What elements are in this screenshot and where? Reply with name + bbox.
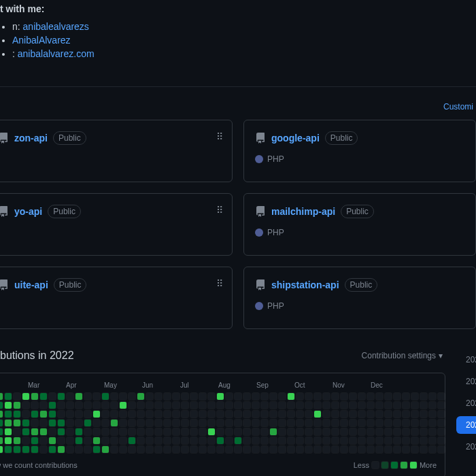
contribution-day[interactable] bbox=[173, 446, 180, 453]
contribution-day[interactable] bbox=[155, 446, 162, 453]
drag-handle-icon[interactable]: ⠿ bbox=[216, 205, 224, 216]
contribution-day[interactable] bbox=[438, 437, 445, 444]
contribution-day[interactable] bbox=[438, 446, 445, 453]
contribution-day[interactable] bbox=[252, 393, 259, 400]
contribution-day[interactable] bbox=[288, 393, 294, 400]
contribution-day[interactable] bbox=[5, 393, 12, 400]
year-filter-2021[interactable]: 2021 bbox=[456, 438, 476, 456]
contribution-day[interactable] bbox=[252, 428, 259, 435]
contribution-day[interactable] bbox=[182, 420, 188, 426]
contribution-day[interactable] bbox=[173, 437, 180, 444]
contribution-day[interactable] bbox=[164, 393, 171, 400]
contribution-day[interactable] bbox=[226, 402, 233, 409]
contribution-day[interactable] bbox=[93, 420, 100, 426]
contribution-day[interactable] bbox=[367, 411, 374, 418]
contribution-day[interactable] bbox=[288, 420, 294, 426]
contribution-day[interactable] bbox=[235, 402, 241, 409]
contribution-day[interactable] bbox=[173, 420, 180, 426]
contribution-day[interactable] bbox=[296, 428, 303, 435]
contribution-day[interactable] bbox=[252, 411, 259, 418]
contribution-day[interactable] bbox=[129, 437, 135, 444]
contribution-day[interactable] bbox=[358, 420, 365, 426]
contribution-day[interactable] bbox=[0, 428, 3, 435]
contribution-day[interactable] bbox=[323, 402, 330, 409]
contribution-day[interactable] bbox=[394, 437, 401, 444]
contribution-day[interactable] bbox=[164, 411, 171, 418]
contribution-day[interactable] bbox=[429, 402, 436, 409]
contribution-day[interactable] bbox=[111, 411, 118, 418]
contribution-day[interactable] bbox=[376, 411, 383, 418]
contribution-day[interactable] bbox=[84, 420, 91, 426]
contribution-day[interactable] bbox=[385, 420, 392, 426]
contribution-day[interactable] bbox=[243, 420, 250, 426]
contribution-day[interactable] bbox=[84, 402, 91, 409]
contribution-day[interactable] bbox=[155, 393, 162, 400]
contribution-day[interactable] bbox=[111, 437, 118, 444]
contribution-day[interactable] bbox=[31, 437, 38, 444]
contribution-day[interactable] bbox=[429, 420, 436, 426]
contribution-day[interactable] bbox=[438, 411, 445, 418]
contribution-day[interactable] bbox=[252, 402, 259, 409]
contribution-day[interactable] bbox=[305, 428, 312, 435]
contribution-day[interactable] bbox=[341, 393, 347, 400]
contribution-day[interactable] bbox=[226, 411, 233, 418]
contribution-day[interactable] bbox=[67, 437, 73, 444]
contribution-day[interactable] bbox=[58, 420, 65, 426]
contribution-day[interactable] bbox=[296, 411, 303, 418]
contribution-day[interactable] bbox=[314, 393, 321, 400]
contribution-day[interactable] bbox=[137, 402, 144, 409]
contribution-day[interactable] bbox=[182, 428, 188, 435]
contribution-day[interactable] bbox=[403, 446, 409, 453]
contribution-day[interactable] bbox=[102, 446, 109, 453]
contribution-day[interactable] bbox=[120, 437, 126, 444]
contribution-day[interactable] bbox=[235, 437, 241, 444]
contribution-day[interactable] bbox=[314, 411, 321, 418]
contribution-day[interactable] bbox=[279, 420, 286, 426]
contribution-day[interactable] bbox=[270, 428, 277, 435]
contribution-day[interactable] bbox=[49, 420, 56, 426]
contribution-day[interactable] bbox=[296, 420, 303, 426]
contribution-day[interactable] bbox=[14, 402, 20, 409]
contribution-day[interactable] bbox=[102, 428, 109, 435]
contribution-day[interactable] bbox=[190, 428, 197, 435]
contribution-day[interactable] bbox=[350, 428, 356, 435]
contribution-day[interactable] bbox=[67, 402, 73, 409]
contribution-day[interactable] bbox=[75, 393, 82, 400]
contribution-day[interactable] bbox=[22, 402, 29, 409]
contribution-day[interactable] bbox=[120, 402, 126, 409]
contribution-day[interactable] bbox=[438, 393, 445, 400]
contribution-day[interactable] bbox=[190, 437, 197, 444]
contribution-day[interactable] bbox=[137, 437, 144, 444]
contribution-day[interactable] bbox=[429, 437, 436, 444]
repo-link[interactable]: google-api bbox=[271, 133, 320, 143]
contribution-day[interactable] bbox=[84, 393, 91, 400]
contribution-day[interactable] bbox=[40, 437, 47, 444]
drag-handle-icon[interactable]: ⠿ bbox=[216, 131, 224, 142]
contribution-day[interactable] bbox=[411, 446, 418, 453]
contribution-day[interactable] bbox=[429, 446, 436, 453]
contribution-day[interactable] bbox=[84, 411, 91, 418]
contribution-day[interactable] bbox=[58, 446, 65, 453]
contribution-day[interactable] bbox=[403, 411, 409, 418]
contribution-day[interactable] bbox=[137, 428, 144, 435]
contribution-day[interactable] bbox=[14, 393, 20, 400]
contribution-day[interactable] bbox=[323, 420, 330, 426]
contribution-day[interactable] bbox=[358, 437, 365, 444]
contribution-day[interactable] bbox=[208, 437, 215, 444]
contribution-day[interactable] bbox=[279, 411, 286, 418]
contribution-day[interactable] bbox=[217, 437, 224, 444]
contribution-day[interactable] bbox=[0, 420, 3, 426]
contribution-day[interactable] bbox=[14, 437, 20, 444]
contribution-day[interactable] bbox=[173, 411, 180, 418]
contribution-day[interactable] bbox=[31, 402, 38, 409]
contribution-day[interactable] bbox=[67, 420, 73, 426]
contribution-day[interactable] bbox=[93, 437, 100, 444]
contribution-day[interactable] bbox=[420, 437, 427, 444]
contribution-day[interactable] bbox=[102, 437, 109, 444]
contribution-day[interactable] bbox=[0, 393, 3, 400]
contribution-day[interactable] bbox=[270, 411, 277, 418]
contribution-day[interactable] bbox=[93, 411, 100, 418]
contribution-day[interactable] bbox=[0, 446, 3, 453]
contribution-day[interactable] bbox=[84, 428, 91, 435]
contribution-day[interactable] bbox=[199, 402, 206, 409]
